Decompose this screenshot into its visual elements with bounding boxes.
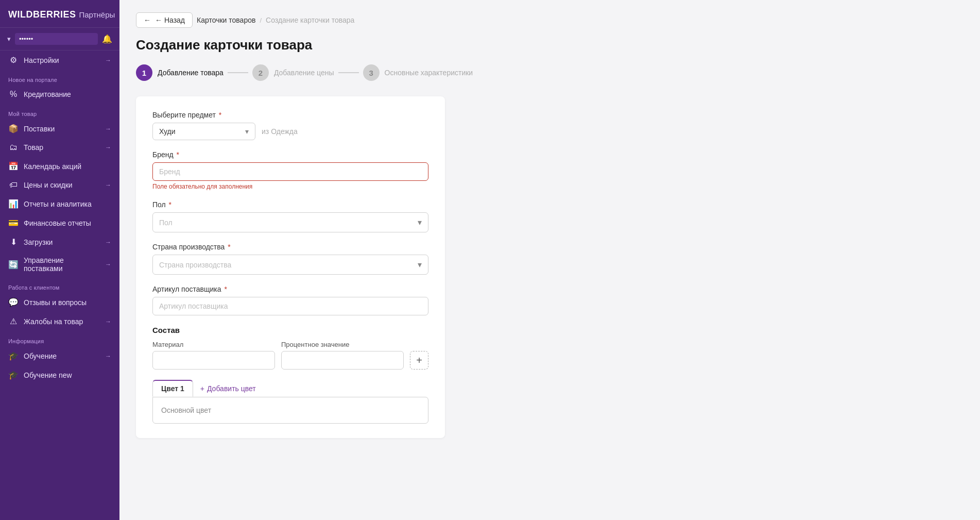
- subject-chevron-icon: ▾: [245, 127, 249, 136]
- sidebar-item-label: Финансовые отчеты: [24, 219, 91, 227]
- article-label: Артикул поставщика *: [152, 285, 428, 293]
- brand-group: Бренд * Поле обязательно для заполнения: [152, 150, 428, 190]
- sidebar-item-reviews[interactable]: 💬 Отзывы и вопросы: [0, 293, 119, 312]
- gender-group: Пол * Пол ▾: [152, 200, 428, 232]
- account-chevron-icon[interactable]: ▾: [7, 35, 11, 43]
- sidebar-item-label: Управление поставками: [24, 256, 100, 273]
- sidebar-item-label: Календарь акций: [24, 162, 81, 171]
- back-button[interactable]: ← ← Назад: [136, 12, 193, 28]
- material-col: Материал: [152, 341, 275, 370]
- sidebar: WILDBERRIES Партнёры ▾ •••••• 🔔 ⚙ Настро…: [0, 0, 119, 520]
- composition-title: Состав: [152, 326, 428, 334]
- sidebar-item-analytics[interactable]: 📊 Отчеты и аналитика: [0, 194, 119, 213]
- sidebar-item-calendar[interactable]: 📅 Календарь акций: [0, 157, 119, 176]
- sidebar-item-settings[interactable]: ⚙ Настройки →: [0, 51, 119, 70]
- subject-group: Выберите предмет * Худи ▾ из Одежда: [152, 111, 428, 140]
- sidebar-item-credit[interactable]: % Кредитование: [0, 85, 119, 104]
- article-input[interactable]: [152, 297, 428, 315]
- percent-label: Процентное значение: [281, 341, 404, 348]
- brand-label: Бренд *: [152, 150, 428, 159]
- add-color-label: Добавить цвет: [207, 384, 256, 393]
- section-client-label: Работа с клиентом: [0, 277, 119, 293]
- sidebar-item-learning-new[interactable]: 🎓 Обучение new: [0, 365, 119, 384]
- arrow-icon: →: [105, 181, 111, 189]
- color-section: Цвет 1 + Добавить цвет Основной цвет: [152, 380, 428, 424]
- subject-row: Худи ▾ из Одежда: [152, 123, 428, 140]
- sidebar-item-label: Отчеты и аналитика: [24, 200, 92, 208]
- learning-new-icon: 🎓: [8, 370, 19, 380]
- sidebar-item-label: Жалобы на товар: [24, 317, 83, 326]
- sidebar-item-label: Поставки: [24, 125, 55, 133]
- percent-input[interactable]: [281, 351, 404, 370]
- breadcrumb-separator: /: [260, 16, 262, 24]
- arrow-icon: →: [105, 353, 111, 360]
- subject-select[interactable]: Худи ▾: [152, 123, 255, 140]
- sidebar-item-prices[interactable]: 🏷 Цены и скидки →: [0, 176, 119, 194]
- arrow-icon: →: [105, 125, 111, 132]
- arrow-icon: →: [105, 318, 111, 325]
- sidebar-item-label: Кредитование: [24, 90, 71, 98]
- sidebar-item-supply-mgmt[interactable]: 🔄 Управление поставками →: [0, 251, 119, 277]
- composition-row: Материал Процентное значение +: [152, 341, 428, 370]
- sidebar-item-uploads[interactable]: ⬇ Загрузки →: [0, 232, 119, 251]
- arrow-icon: →: [105, 144, 111, 151]
- brand-input[interactable]: [152, 162, 428, 181]
- color-panel: Основной цвет: [152, 397, 428, 424]
- color-panel-label: Основной цвет: [161, 406, 211, 414]
- step-3: 3 Основные характеристики: [363, 64, 473, 81]
- breadcrumb-current: Создание карточки товара: [266, 16, 354, 24]
- form-card: Выберите предмет * Худи ▾ из Одежда Брен…: [136, 96, 445, 438]
- sidebar-item-label: Обучение: [24, 352, 57, 360]
- step-1-circle: 1: [136, 64, 152, 81]
- complaints-icon: ⚠: [8, 316, 19, 326]
- reviews-icon: 💬: [8, 297, 19, 307]
- add-composition-button[interactable]: +: [410, 351, 428, 370]
- gender-select[interactable]: Пол ▾: [152, 212, 428, 232]
- learning-icon: 🎓: [8, 351, 19, 361]
- sidebar-item-goods[interactable]: 🗂 Товар →: [0, 138, 119, 157]
- country-select[interactable]: Страна производства ▾: [152, 255, 428, 275]
- step-2-circle: 2: [252, 64, 269, 81]
- color-tabs: Цвет 1 + Добавить цвет: [152, 380, 428, 397]
- country-group: Страна производства * Страна производств…: [152, 243, 428, 275]
- step-2: 2 Добавление цены: [252, 64, 334, 81]
- sidebar-logo: WILDBERRIES Партнёры: [0, 0, 119, 28]
- color-tab-1[interactable]: Цвет 1: [152, 380, 193, 397]
- article-group: Артикул поставщика *: [152, 285, 428, 315]
- gender-label: Пол *: [152, 200, 428, 209]
- country-label: Страна производства *: [152, 243, 428, 251]
- sidebar-item-deliveries[interactable]: 📦 Поставки →: [0, 119, 119, 138]
- sidebar-item-complaints[interactable]: ⚠ Жалобы на товар →: [0, 312, 119, 331]
- sidebar-item-learning[interactable]: 🎓 Обучение →: [0, 346, 119, 365]
- back-label: ← Назад: [155, 16, 185, 24]
- step-2-label: Добавление цены: [274, 69, 334, 77]
- goods-icon: 🗂: [8, 143, 19, 152]
- step-3-label: Основные характеристики: [385, 69, 473, 77]
- subject-label: Выберите предмет *: [152, 111, 428, 119]
- sidebar-item-label: Загрузки: [24, 238, 53, 246]
- sidebar-item-label: Отзывы и вопросы: [24, 298, 87, 307]
- analytics-icon: 📊: [8, 199, 19, 209]
- sidebar-item-finance[interactable]: 💳 Финансовые отчеты: [0, 213, 119, 232]
- supply-mgmt-icon: 🔄: [8, 260, 19, 270]
- gender-placeholder: Пол: [159, 219, 173, 227]
- partners-label: Партнёры: [79, 10, 115, 19]
- sidebar-item-label: Товар: [24, 143, 43, 152]
- credit-icon: %: [8, 90, 19, 99]
- step-3-circle: 3: [363, 64, 380, 81]
- steps-indicator: 1 Добавление товара 2 Добавление цены 3 …: [136, 64, 964, 81]
- plus-icon: +: [416, 355, 422, 366]
- calendar-icon: 📅: [8, 161, 19, 171]
- bell-icon[interactable]: 🔔: [102, 34, 112, 44]
- add-color-button[interactable]: + Добавить цвет: [197, 384, 259, 393]
- material-input[interactable]: [152, 351, 275, 370]
- sidebar-item-label: Обучение new: [24, 371, 72, 379]
- section-new-label: Новое на портале: [0, 70, 119, 85]
- breadcrumb-link-cards[interactable]: Карточки товаров: [197, 16, 255, 24]
- sidebar-account[interactable]: ▾ •••••• 🔔: [0, 28, 119, 51]
- page-title: Создание карточки товара: [136, 37, 964, 53]
- section-my-goods-label: Мой товар: [0, 104, 119, 119]
- uploads-icon: ⬇: [8, 237, 19, 247]
- arrow-icon: →: [105, 57, 111, 64]
- brand-error: Поле обязательно для заполнения: [152, 183, 428, 190]
